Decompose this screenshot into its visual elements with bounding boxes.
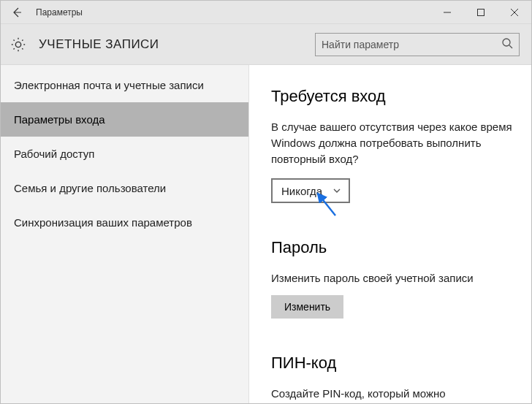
section-pin-description: Создайте PIN-код, который можно использо… — [271, 386, 515, 403]
section-signin-heading: Требуется вход — [271, 87, 515, 106]
change-password-button[interactable]: Изменить — [271, 295, 343, 319]
sidebar: Электронная почта и учетные записи Парам… — [1, 65, 249, 403]
minimize-button[interactable] — [430, 1, 464, 24]
section-pin-heading: ПИН-код — [271, 354, 515, 373]
maximize-button[interactable] — [464, 1, 498, 24]
search-placeholder: Найти параметр — [322, 39, 501, 50]
section-password-heading: Пароль — [271, 238, 515, 257]
close-button[interactable] — [498, 1, 531, 24]
page-title: УЧЕТНЫЕ ЗАПИСИ — [39, 37, 315, 52]
sidebar-item-email-accounts[interactable]: Электронная почта и учетные записи — [1, 68, 248, 102]
sidebar-item-label: Синхронизация ваших параметров — [14, 216, 192, 229]
button-label: Изменить — [284, 301, 330, 313]
sidebar-item-sync-settings[interactable]: Синхронизация ваших параметров — [1, 205, 248, 240]
window-title: Параметры — [33, 7, 430, 18]
content-panel: Требуется вход В случае вашего отсутстви… — [249, 65, 531, 403]
sidebar-item-label: Семья и другие пользователи — [14, 182, 166, 194]
sidebar-item-label: Рабочий доступ — [14, 148, 94, 160]
svg-point-1 — [503, 39, 510, 46]
signin-require-dropdown[interactable]: Никогда — [271, 178, 350, 203]
search-input[interactable]: Найти параметр — [315, 33, 520, 56]
dropdown-value: Никогда — [281, 185, 322, 197]
back-arrow-icon — [11, 7, 23, 18]
section-password-description: Изменить пароль своей учетной записи — [271, 270, 515, 286]
search-icon — [501, 37, 513, 51]
sidebar-item-label: Электронная почта и учетные записи — [14, 79, 204, 91]
chevron-down-icon — [332, 185, 341, 197]
main-area: Электронная почта и учетные записи Парам… — [1, 65, 531, 403]
sidebar-item-family-users[interactable]: Семья и другие пользователи — [1, 171, 248, 205]
section-signin-description: В случае вашего отсутствия через какое в… — [271, 119, 515, 167]
svg-rect-0 — [478, 9, 484, 15]
window-controls — [430, 1, 531, 24]
sidebar-item-work-access[interactable]: Рабочий доступ — [1, 137, 248, 171]
sidebar-item-signin-options[interactable]: Параметры входа — [1, 102, 248, 137]
titlebar: Параметры — [1, 1, 531, 24]
back-button[interactable] — [1, 1, 33, 24]
gear-icon — [7, 33, 30, 56]
page-header: УЧЕТНЫЕ ЗАПИСИ Найти параметр — [1, 24, 531, 65]
sidebar-item-label: Параметры входа — [14, 113, 105, 126]
